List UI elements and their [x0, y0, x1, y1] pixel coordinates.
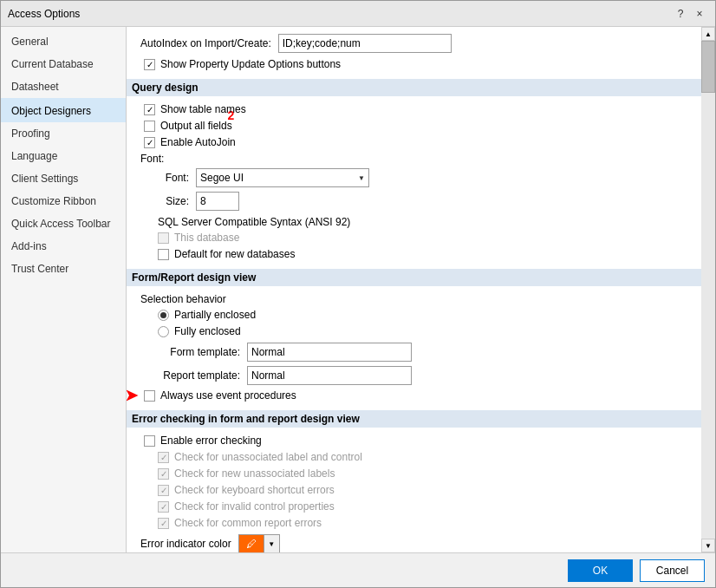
partially-enclosed-label[interactable]: Partially enclosed: [158, 309, 256, 321]
enable-error-checking-label[interactable]: Enable error checking: [144, 434, 262, 447]
left-arrow-annotation: ➤: [127, 386, 138, 405]
fully-enclosed-row: Fully enclosed: [140, 325, 701, 337]
access-options-window: Access Options 1 ? × General Current Dat…: [0, 0, 716, 588]
sidebar-item-proofing[interactable]: Proofing: [1, 122, 126, 145]
font-field-label: Font:: [154, 172, 189, 184]
check-unassociated-row: Check for unassociated label and control: [140, 451, 701, 463]
sidebar-item-quick-access-toolbar[interactable]: Quick Access Toolbar: [1, 212, 126, 235]
always-use-event-checkbox[interactable]: [144, 390, 155, 402]
sidebar-item-language[interactable]: Language: [1, 145, 126, 167]
check-keyboard-label[interactable]: Check for keyboard shortcut errors: [158, 484, 335, 496]
form-report-header: Form/Report design view: [127, 269, 715, 286]
paint-icon: 🖊: [246, 538, 257, 550]
close-button[interactable]: ×: [691, 5, 708, 23]
size-input[interactable]: [196, 192, 239, 211]
report-template-input[interactable]: [247, 366, 412, 385]
enable-autojoin-checkbox[interactable]: [144, 137, 155, 148]
fully-enclosed-label[interactable]: Fully enclosed: [158, 325, 241, 337]
title-bar: Access Options 1 ? ×: [1, 1, 715, 27]
always-use-event-label[interactable]: Always use event procedures: [144, 389, 296, 402]
scrollbar-thumb[interactable]: [701, 41, 715, 93]
sidebar-item-add-ins[interactable]: Add-ins: [1, 235, 126, 258]
partially-enclosed-radio[interactable]: [158, 310, 169, 321]
main-panel: AutoIndex on Import/Create: Show Propert…: [127, 27, 715, 552]
color-dropdown-arrow[interactable]: ▼: [264, 535, 279, 552]
scrollbar-up-button[interactable]: ▲: [701, 27, 715, 41]
show-table-names-row: Show table names: [140, 103, 701, 115]
output-all-fields-row: Output all fields: [140, 120, 701, 132]
sql-compat-label: SQL Server Compatible Syntax (ANSI 92): [140, 216, 701, 228]
enable-error-checking-row: Enable error checking: [140, 434, 701, 447]
ok-button[interactable]: OK: [568, 559, 633, 582]
check-unassociated-label[interactable]: Check for unassociated label and control: [158, 451, 362, 463]
sidebar-item-client-settings[interactable]: Client Settings: [1, 167, 126, 190]
report-template-row: Report template:: [140, 366, 701, 385]
color-swatch: 🖊: [239, 535, 264, 552]
check-common-label[interactable]: Check for common report errors: [158, 517, 322, 529]
help-button[interactable]: ?: [672, 5, 689, 23]
selection-behavior-label: Selection behavior: [140, 293, 701, 305]
output-all-fields-label[interactable]: Output all fields: [144, 120, 232, 132]
bottom-bar: OK Cancel: [1, 552, 715, 587]
dropdown-arrow-icon: ▼: [358, 174, 365, 182]
sidebar-item-customize-ribbon[interactable]: Customize Ribbon: [1, 190, 126, 212]
check-new-unassociated-checkbox[interactable]: [158, 468, 169, 480]
error-checking-header: Error checking in form and report design…: [127, 410, 715, 428]
check-unassociated-checkbox[interactable]: [158, 452, 169, 463]
cancel-button[interactable]: Cancel: [640, 559, 705, 582]
show-property-label[interactable]: Show Property Update Options buttons: [144, 58, 341, 70]
show-table-names-checkbox[interactable]: [144, 104, 155, 115]
query-design-font-label: Font:: [140, 153, 701, 165]
error-color-row: Error indicator color 🖊 ▼: [140, 534, 701, 552]
scrollbar-down-button[interactable]: ▼: [701, 539, 715, 552]
autojoin-input[interactable]: [278, 34, 452, 53]
form-template-input[interactable]: [247, 343, 412, 362]
default-new-db-checkbox[interactable]: [158, 249, 169, 260]
check-common-row: Check for common report errors: [140, 517, 701, 529]
show-property-checkbox[interactable]: [144, 59, 155, 70]
partially-enclosed-row: Partially enclosed: [140, 309, 701, 321]
scrollbar: ▲ ▼: [701, 27, 715, 552]
autojoin-row: AutoIndex on Import/Create:: [140, 34, 701, 53]
enable-error-checking-checkbox[interactable]: [144, 435, 155, 447]
show-table-names-label[interactable]: Show table names: [144, 103, 246, 115]
this-database-checkbox[interactable]: [158, 232, 169, 244]
check-invalid-checkbox[interactable]: [158, 501, 169, 513]
font-row: Font: Segoe UI ▼: [154, 168, 701, 187]
default-new-db-row: Default for new databases: [140, 248, 701, 260]
form-template-row: Form template:: [140, 343, 701, 362]
check-new-unassociated-label[interactable]: Check for new unassociated labels: [158, 467, 335, 480]
query-design-header: Query design: [127, 79, 715, 96]
this-database-row: This database: [140, 232, 701, 244]
show-property-row: Show Property Update Options buttons: [140, 58, 701, 70]
always-use-event-row: يجب ان يكونفاضي ➤ Always use event proce…: [140, 389, 701, 402]
sidebar-item-current-database[interactable]: Current Database: [1, 53, 126, 75]
check-invalid-row: Check for invalid control properties: [140, 500, 701, 513]
check-common-checkbox[interactable]: [158, 518, 169, 529]
scrollbar-track: [701, 41, 715, 539]
form-template-field-label: Form template:: [140, 346, 240, 358]
check-keyboard-checkbox[interactable]: [158, 485, 169, 496]
output-all-fields-checkbox[interactable]: [144, 121, 155, 132]
sidebar-item-datasheet[interactable]: Datasheet: [1, 75, 126, 98]
content-area: General Current Database Datasheet Objec…: [1, 27, 715, 552]
check-new-unassociated-row: Check for new unassociated labels: [140, 467, 701, 480]
report-template-field-label: Report template:: [140, 369, 240, 382]
sidebar: General Current Database Datasheet Objec…: [1, 27, 127, 552]
window-title: Access Options: [8, 8, 658, 20]
error-color-button[interactable]: 🖊 ▼: [238, 534, 280, 552]
sidebar-item-general[interactable]: General: [1, 30, 126, 53]
scroll-area: AutoIndex on Import/Create: Show Propert…: [127, 27, 715, 552]
this-database-label[interactable]: This database: [158, 232, 239, 244]
size-field-label: Size:: [154, 195, 189, 207]
sidebar-item-object-designers[interactable]: Object Designers 2: [1, 98, 126, 122]
sidebar-item-trust-center[interactable]: Trust Center: [1, 258, 126, 280]
fully-enclosed-radio[interactable]: [158, 326, 169, 337]
font-dropdown[interactable]: Segoe UI ▼: [196, 168, 369, 187]
check-keyboard-row: Check for keyboard shortcut errors: [140, 484, 701, 496]
default-new-db-label[interactable]: Default for new databases: [158, 248, 295, 260]
enable-autojoin-label[interactable]: Enable AutoJoin: [144, 136, 236, 148]
title-bar-controls: ? ×: [672, 5, 708, 23]
size-row: Size:: [154, 192, 701, 211]
check-invalid-label[interactable]: Check for invalid control properties: [158, 500, 335, 513]
